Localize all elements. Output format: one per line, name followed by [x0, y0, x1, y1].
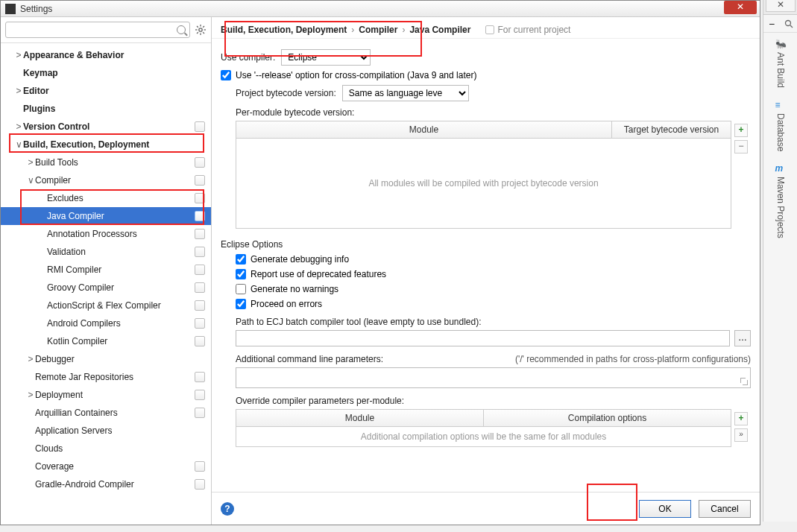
ok-button[interactable]: OK: [639, 500, 691, 518]
project-scope-icon: [195, 408, 205, 418]
tree-item-coverage[interactable]: Coverage: [1, 457, 211, 475]
collapse-icon[interactable]: –: [763, 15, 781, 32]
col-module: Module: [236, 121, 611, 138]
tree-item-label: Groovy Compiler: [47, 282, 192, 293]
tree-item-label: Gradle-Android Compiler: [35, 479, 192, 490]
tree-item-actionscript-flex-compiler[interactable]: ActionScript & Flex Compiler: [1, 297, 211, 314]
remove-row-button[interactable]: −: [734, 140, 748, 153]
release-option-checkbox[interactable]: Use '--release' option for cross-compila…: [221, 70, 751, 80]
override-empty-text: Additional compilation options will be t…: [236, 427, 731, 446]
tree-item-build-tools[interactable]: >Build Tools: [1, 153, 211, 171]
tree-item-build-execution-deployment[interactable]: ∨Build, Execution, Deployment: [1, 136, 211, 153]
cancel-button[interactable]: Cancel: [699, 500, 751, 518]
add-override-button[interactable]: +: [734, 412, 748, 425]
tree-item-application-servers[interactable]: Application Servers: [1, 422, 211, 440]
tree-item-remote-jar-repositories[interactable]: Remote Jar Repositories: [1, 368, 211, 386]
tree-item-version-control[interactable]: >Version Control: [1, 118, 211, 136]
tree-item-android-compilers[interactable]: Android Compilers: [1, 314, 211, 332]
svg-line-5: [197, 26, 198, 28]
expand-override-button[interactable]: »: [734, 428, 748, 442]
svg-point-0: [199, 28, 202, 31]
addl-params-input[interactable]: [236, 367, 751, 388]
tree-item-appearance-behavior[interactable]: >Appearance & Behavior: [1, 46, 211, 64]
tree-item-arquillian-containers[interactable]: Arquillian Containers: [1, 404, 211, 422]
chevron-icon: ∨: [26, 175, 35, 186]
ecj-path-input[interactable]: [236, 330, 730, 346]
scope-hint: For current project: [485, 25, 570, 35]
tree-item-gradle-android-compiler[interactable]: Gradle-Android Compiler: [1, 475, 211, 493]
search-input[interactable]: [5, 22, 190, 38]
project-scope-icon: [195, 461, 205, 472]
ant-icon: 🐜: [775, 39, 786, 49]
tree-item-debugger[interactable]: >Debugger: [1, 350, 211, 368]
tree-item-label: Plugins: [23, 104, 205, 114]
tree-item-annotation-processors[interactable]: Annotation Processors: [1, 225, 211, 243]
project-scope-icon: [195, 390, 205, 400]
add-row-button[interactable]: +: [734, 124, 748, 137]
use-compiler-select[interactable]: Eclipse: [281, 49, 371, 66]
col-override-options: Compilation options: [483, 410, 731, 426]
ecj-path-label: Path to ECJ batch compiler tool (leave e…: [236, 317, 751, 327]
expand-icon[interactable]: [740, 378, 748, 385]
tree-item-label: Validation: [47, 247, 192, 257]
bytecode-version-label: Project bytecode version:: [236, 88, 336, 98]
chevron-right-icon: ›: [351, 25, 354, 35]
tree-item-editor[interactable]: >Editor: [1, 82, 211, 100]
tree-item-clouds[interactable]: Clouds: [1, 440, 211, 457]
tree-item-label: Keymap: [23, 68, 205, 78]
override-table: Module Compilation options Additional co…: [236, 409, 731, 447]
tree-item-label: Application Servers: [35, 425, 205, 436]
bytecode-version-select[interactable]: Same as language level: [342, 85, 469, 101]
help-button[interactable]: ?: [221, 502, 234, 516]
crumb-seg-3: Java Compiler: [409, 25, 470, 35]
gen-nowarn-checkbox[interactable]: Generate no warnings: [236, 284, 751, 294]
project-scope-icon: [195, 479, 205, 490]
ide-overflow-icon[interactable]: ✕: [766, 0, 796, 12]
tree-item-java-compiler[interactable]: Java Compiler: [1, 207, 211, 225]
chevron-icon: >: [14, 86, 23, 96]
tree-item-deployment[interactable]: >Deployment: [1, 386, 211, 404]
tree-item-label: Arquillian Containers: [35, 408, 192, 418]
override-label: Override compiler parameters per-module:: [236, 396, 751, 406]
project-scope-icon: [485, 25, 494, 34]
search-icon[interactable]: [781, 15, 798, 32]
main-panel: Build, Execution, Deployment › Compiler …: [212, 17, 760, 525]
browse-button[interactable]: …: [734, 330, 751, 346]
settings-dialog: Settings ✕ >Appearance & BehaviorKeymap>…: [0, 0, 760, 525]
tree-item-label: Deployment: [35, 390, 192, 400]
report-deprecated-checkbox[interactable]: Report use of deprecated features: [236, 269, 751, 279]
tree-item-validation[interactable]: Validation: [1, 243, 211, 261]
tree-item-keymap[interactable]: Keymap: [1, 64, 211, 82]
dialog-footer: ? OK Cancel: [212, 492, 760, 525]
svg-point-9: [785, 20, 790, 25]
tool-database[interactable]: ≡ Database: [763, 94, 797, 157]
table-empty-text: All modules will be compiled with projec…: [236, 139, 731, 228]
eclipse-options-title: Eclipse Options: [221, 239, 751, 250]
tree-item-groovy-compiler[interactable]: Groovy Compiler: [1, 279, 211, 297]
gear-icon[interactable]: [195, 24, 207, 36]
tree-item-label: Build Tools: [35, 157, 192, 168]
addl-params-label: Additional command line parameters:: [236, 354, 383, 364]
tree-item-plugins[interactable]: Plugins: [1, 100, 211, 118]
tool-ant-build[interactable]: 🐜 Ant Build: [763, 33, 797, 94]
project-scope-icon: [195, 282, 205, 293]
proceed-errors-checkbox[interactable]: Proceed on errors: [236, 299, 751, 309]
project-scope-icon: [195, 193, 205, 203]
crumb-seg-1[interactable]: Build, Execution, Deployment: [221, 25, 347, 35]
tree-item-rmi-compiler[interactable]: RMI Compiler: [1, 261, 211, 279]
search-icon: [177, 25, 186, 34]
col-override-module: Module: [236, 410, 483, 426]
ide-top-corner: ✕: [763, 0, 797, 15]
tree-item-label: Compiler: [35, 175, 192, 186]
close-button[interactable]: ✕: [724, 1, 757, 14]
crumb-seg-2[interactable]: Compiler: [359, 25, 397, 35]
svg-line-10: [790, 25, 793, 28]
tool-maven[interactable]: m Maven Projects: [763, 157, 797, 244]
gen-debug-checkbox[interactable]: Generate debugging info: [236, 254, 751, 265]
tree-item-label: Android Compilers: [47, 318, 192, 329]
tree-item-excludes[interactable]: Excludes: [1, 189, 211, 207]
chevron-icon: >: [26, 390, 35, 400]
tree-item-kotlin-compiler[interactable]: Kotlin Compiler: [1, 332, 211, 350]
tree-item-compiler[interactable]: ∨Compiler: [1, 171, 211, 189]
addl-params-hint: ('/' recommended in paths for cross-plat…: [515, 354, 751, 364]
